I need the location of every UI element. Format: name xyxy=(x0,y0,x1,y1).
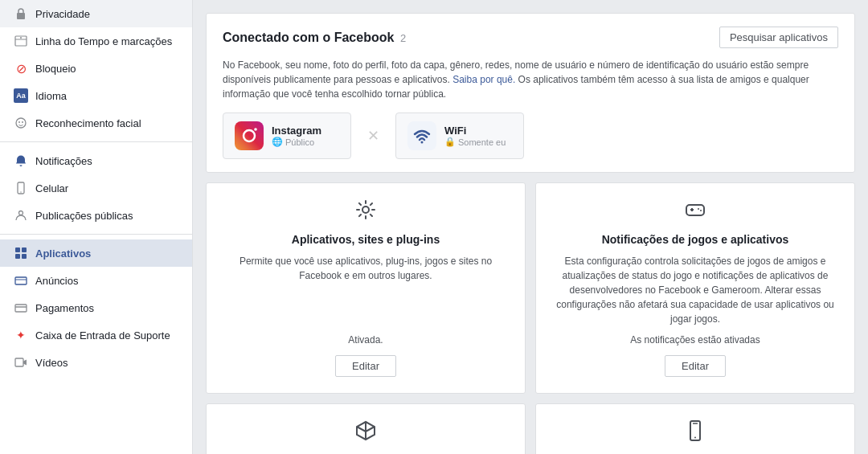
main-content: Conectado com o Facebook 2 Pesquisar apl… xyxy=(193,0,868,454)
settings-card-title-apps-sites: Aplicativos, sites e plug-ins xyxy=(292,233,440,246)
sidebar-item-notificacoes[interactable]: Notificações xyxy=(0,147,192,174)
instagram-icon xyxy=(233,120,265,152)
sidebar-label-notificacoes: Notificações xyxy=(35,155,92,167)
sidebar-label-reconhecimento: Reconhecimento facial xyxy=(35,117,141,129)
svg-rect-16 xyxy=(15,305,27,312)
payments-icon xyxy=(13,300,29,316)
sidebar-label-publicacoes: Publicações públicas xyxy=(35,210,133,222)
sidebar-item-suporte[interactable]: ✦ Caixa de Entrada de Suporte xyxy=(0,321,192,349)
settings-card-desc-notif: Esta configuração controla solicitações … xyxy=(555,254,835,326)
app-name-wifi: WiFi xyxy=(444,125,506,137)
sidebar-item-publicacoes[interactable]: Publicações públicas xyxy=(0,202,192,229)
box-icon xyxy=(355,420,376,446)
sidebar-label-bloqueio: Bloqueio xyxy=(35,63,76,75)
sidebar-item-aplicativos[interactable]: Aplicativos xyxy=(0,239,192,267)
svg-rect-19 xyxy=(235,121,264,150)
videos-icon xyxy=(13,354,29,370)
sidebar-label-anuncios: Anúncios xyxy=(35,275,78,287)
sidebar-label-aplicativos: Aplicativos xyxy=(35,247,91,260)
svg-rect-11 xyxy=(22,247,27,252)
app-info-instagram: Instagram 🌐 Público xyxy=(272,125,321,147)
gamepad-icon xyxy=(685,199,706,225)
svg-point-6 xyxy=(22,121,23,123)
apps-icon xyxy=(13,245,29,261)
sidebar-item-timeline[interactable]: Linha do Tempo e marcações xyxy=(0,27,192,55)
svg-point-29 xyxy=(700,210,702,211)
edit-button-notif[interactable]: Editar xyxy=(665,355,726,377)
search-apps-button[interactable]: Pesquisar aplicativos xyxy=(719,27,838,48)
anuncios-icon xyxy=(13,272,29,288)
app-separator: ✕ xyxy=(367,127,379,145)
saiba-link[interactable]: Saiba por quê. xyxy=(452,74,515,85)
sidebar-label-timeline: Linha do Tempo e marcações xyxy=(35,35,172,47)
svg-rect-22 xyxy=(407,121,436,150)
pub-icon xyxy=(13,207,29,223)
svg-rect-14 xyxy=(15,277,27,284)
svg-point-21 xyxy=(254,128,257,131)
app-item-instagram[interactable]: Instagram 🌐 Público xyxy=(223,112,351,159)
settings-card-status-notif: As notificações estão ativadas xyxy=(630,334,760,346)
sidebar-label-idioma: Idioma xyxy=(35,90,67,102)
edit-button-apps-sites[interactable]: Editar xyxy=(335,355,396,377)
lock-icon xyxy=(13,6,29,22)
settings-card-apps-sites: Aplicativos, sites e plug-ins Permite qu… xyxy=(206,182,526,394)
suporte-icon: ✦ xyxy=(13,327,29,343)
bell-icon xyxy=(13,153,29,169)
svg-point-31 xyxy=(694,437,696,439)
svg-point-23 xyxy=(421,141,424,144)
idioma-icon: Aa xyxy=(13,88,29,104)
sidebar-label-privacidade: Privacidade xyxy=(35,8,90,20)
sidebar-label-pagamentos: Pagamentos xyxy=(35,302,94,314)
svg-point-24 xyxy=(362,207,369,213)
timeline-icon xyxy=(13,33,29,49)
face-icon xyxy=(13,115,29,131)
svg-rect-12 xyxy=(15,254,20,259)
settings-card-desc-apps-sites: Permite que você use aplicativos, plug-i… xyxy=(226,254,506,326)
svg-point-4 xyxy=(16,118,26,128)
sidebar-item-idioma[interactable]: Aa Idioma xyxy=(0,82,192,109)
svg-point-28 xyxy=(698,208,699,210)
sidebar-label-suporte: Caixa de Entrada de Suporte xyxy=(35,329,170,342)
sidebar-item-pagamentos[interactable]: Pagamentos xyxy=(0,294,192,321)
wifi-icon xyxy=(406,120,438,152)
settings-card-status-apps-sites: Ativada. xyxy=(348,334,383,346)
connected-facebook-card: Conectado com o Facebook 2 Pesquisar apl… xyxy=(206,13,855,173)
connected-count: 2 xyxy=(400,32,406,44)
sidebar-item-anuncios[interactable]: Anúncios xyxy=(0,267,192,294)
sidebar-label-celular: Celular xyxy=(35,182,68,194)
sidebar: Privacidade Linha do Tempo e marcações ⊘… xyxy=(0,0,193,454)
settings-card-apps-outros: Aplicativos que outras pessoas usam Pess… xyxy=(206,403,526,454)
sidebar-item-videos[interactable]: Vídeos xyxy=(0,349,192,376)
svg-point-8 xyxy=(20,191,21,192)
connected-description: No Facebook, seu nome, foto do perfil, f… xyxy=(223,58,838,101)
sidebar-item-celular[interactable]: Celular xyxy=(0,174,192,202)
app-visibility-instagram: 🌐 Público xyxy=(272,137,321,147)
svg-point-9 xyxy=(19,211,23,215)
connected-header: Conectado com o Facebook 2 Pesquisar apl… xyxy=(223,27,838,48)
svg-point-5 xyxy=(18,121,20,123)
settings-grid: Aplicativos, sites e plug-ins Permite qu… xyxy=(206,182,855,454)
svg-rect-18 xyxy=(15,358,23,366)
svg-rect-13 xyxy=(22,254,27,259)
connected-title-area: Conectado com o Facebook 2 xyxy=(223,31,406,45)
settings-card-versoes: Versões antigas do Facebook para disposi… xyxy=(535,403,855,454)
app-name-instagram: Instagram xyxy=(272,125,321,137)
gear-icon xyxy=(355,199,376,225)
svg-rect-10 xyxy=(15,247,20,252)
app-item-wifi[interactable]: WiFi 🔒 Somente eu xyxy=(395,112,524,159)
sidebar-divider-2 xyxy=(0,234,192,235)
settings-card-notif-jogos: Notificações de jogos e aplicativos Esta… xyxy=(535,182,855,394)
sidebar-item-reconhecimento[interactable]: Reconhecimento facial xyxy=(0,109,192,137)
app-info-wifi: WiFi 🔒 Somente eu xyxy=(444,125,506,147)
svg-rect-0 xyxy=(17,13,25,19)
svg-point-3 xyxy=(20,37,22,39)
sidebar-divider-1 xyxy=(0,141,192,142)
app-list: Instagram 🌐 Público ✕ xyxy=(223,112,838,159)
block-icon: ⊘ xyxy=(13,60,29,76)
mobile-icon xyxy=(685,420,706,446)
settings-card-title-notif: Notificações de jogos e aplicativos xyxy=(602,233,789,246)
sidebar-item-bloqueio[interactable]: ⊘ Bloqueio xyxy=(0,55,192,82)
sidebar-item-privacidade[interactable]: Privacidade xyxy=(0,0,192,27)
phone-icon xyxy=(13,180,29,196)
connected-title: Conectado com o Facebook xyxy=(223,31,394,44)
